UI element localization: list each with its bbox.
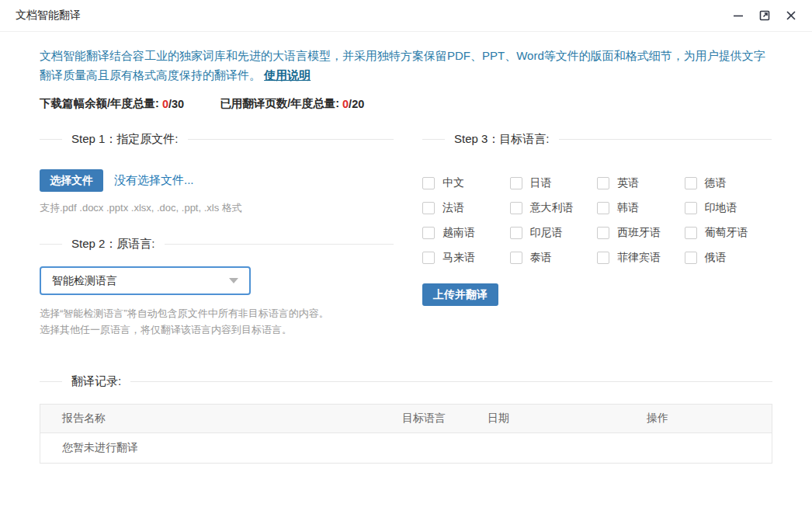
records-title: 翻译记录: — [62, 374, 130, 389]
divider — [422, 139, 445, 140]
language-checkbox-item[interactable]: 韩语 — [597, 201, 685, 214]
checkbox-icon[interactable] — [685, 227, 697, 239]
records-column-header: 日期 — [488, 412, 647, 426]
step2-title: Step 2：原语言: — [62, 237, 165, 252]
intro-text: 文档智能翻译结合容工业的独家词库和先进的大语言模型，并采用独特方案保留PDF、P… — [40, 49, 765, 82]
supported-formats-text: 支持.pdf .docx .pptx .xlsx, .doc, .ppt, .x… — [40, 201, 394, 215]
checkbox-icon[interactable] — [510, 177, 522, 189]
checkbox-icon[interactable] — [422, 177, 435, 189]
language-label: 印地语 — [705, 201, 737, 215]
checkbox-icon[interactable] — [685, 252, 697, 264]
pages-quota-total: /20 — [349, 98, 364, 110]
step2-header: Step 2：原语言: — [40, 237, 394, 252]
left-column: Step 1：指定原文件: 选择文件 没有选择文件... 支持.pdf .doc… — [40, 132, 394, 338]
language-label: 德语 — [705, 176, 727, 190]
language-label: 印尼语 — [530, 226, 563, 240]
minimize-icon[interactable] — [731, 9, 745, 23]
records-column-header: 操作 — [647, 412, 771, 426]
records-table: 报告名称目标语言日期操作 您暂未进行翻译 — [40, 404, 772, 464]
language-checkbox-item[interactable]: 印地语 — [685, 201, 772, 214]
hint-line-2: 选择其他任一原语言，将仅翻译该语言内容到目标语言。 — [40, 321, 394, 338]
window-controls — [731, 9, 798, 23]
source-language-select[interactable]: 智能检测语言 — [40, 266, 251, 295]
checkbox-icon[interactable] — [685, 177, 697, 189]
language-label: 越南语 — [442, 226, 475, 240]
step3-title: Step 3：目标语言: — [445, 132, 559, 147]
divider — [40, 139, 62, 140]
maximize-icon[interactable] — [758, 9, 772, 23]
target-language-grid: 中文 日语 英语 德语 法语 意大利语 — [422, 176, 772, 264]
checkbox-icon[interactable] — [597, 227, 609, 239]
main-content: 文档智能翻译结合容工业的独家词库和先进的大语言模型，并采用独特方案保留PDF、P… — [0, 32, 812, 464]
step1-header: Step 1：指定原文件: — [40, 132, 394, 147]
source-language-value: 智能检测语言 — [52, 274, 117, 288]
chevron-down-icon — [229, 278, 238, 283]
window-title: 文档智能翻译 — [16, 9, 81, 23]
download-quota-label: 下载篇幅余额/年度总量: — [40, 96, 159, 111]
no-file-selected-text[interactable]: 没有选择文件... — [114, 173, 194, 188]
checkbox-icon[interactable] — [597, 202, 609, 214]
language-checkbox-item[interactable]: 马来语 — [422, 251, 510, 264]
language-checkbox-item[interactable]: 法语 — [422, 201, 510, 214]
language-label: 俄语 — [705, 251, 727, 265]
checkbox-icon[interactable] — [422, 202, 435, 214]
upload-translate-button[interactable]: 上传并翻译 — [422, 283, 498, 306]
language-checkbox-item[interactable]: 西班牙语 — [597, 226, 685, 239]
checkbox-icon[interactable] — [597, 252, 609, 264]
quota-bar: 下载篇幅余额/年度总量: 0 /30 已用翻译页数/年度总量: 0/20 — [40, 96, 772, 111]
language-checkbox-item[interactable]: 意大利语 — [510, 201, 598, 214]
download-quota-total: /30 — [168, 98, 184, 110]
language-label: 泰语 — [530, 251, 552, 265]
app-window: 文档智能翻译 文档智能翻译结合容工业的独家词库和先进的大语言模型，并采用独特方案… — [0, 0, 812, 528]
divider — [40, 381, 62, 382]
language-label: 韩语 — [617, 201, 639, 215]
title-bar: 文档智能翻译 — [0, 0, 812, 32]
usage-guide-link[interactable]: 使用说明 — [264, 68, 311, 82]
divider — [130, 381, 772, 382]
language-label: 葡萄牙语 — [705, 226, 748, 240]
divider — [188, 139, 394, 140]
file-picker-row: 选择文件 没有选择文件... — [40, 169, 394, 192]
language-checkbox-item[interactable]: 菲律宾语 — [597, 251, 685, 264]
language-label: 意大利语 — [530, 201, 574, 215]
download-quota-used: 0 — [162, 98, 168, 110]
divider — [559, 139, 772, 140]
checkbox-icon[interactable] — [685, 202, 697, 214]
step1-title: Step 1：指定原文件: — [62, 132, 188, 147]
language-checkbox-item[interactable]: 日语 — [510, 176, 598, 189]
language-checkbox-item[interactable]: 俄语 — [685, 251, 772, 264]
language-checkbox-item[interactable]: 葡萄牙语 — [685, 226, 772, 239]
checkbox-icon[interactable] — [597, 177, 609, 189]
language-label: 马来语 — [442, 251, 475, 265]
right-column: Step 3：目标语言: 中文 日语 英语 德语 — [422, 132, 772, 338]
language-checkbox-item[interactable]: 德语 — [685, 176, 772, 189]
language-label: 中文 — [442, 176, 464, 190]
source-language-hints: 选择“智能检测语言”将自动包含原文件中所有非目标语言的内容。 选择其他任一原语言… — [40, 305, 394, 338]
pages-quota-used: 0 — [342, 98, 349, 110]
language-checkbox-item[interactable]: 印尼语 — [510, 226, 598, 239]
records-table-header: 报告名称目标语言日期操作 — [40, 404, 772, 433]
pages-quota-label: 已用翻译页数/年度总量: — [220, 96, 339, 111]
records-empty-row: 您暂未进行翻译 — [40, 433, 772, 463]
checkbox-icon[interactable] — [510, 202, 522, 214]
language-label: 菲律宾语 — [617, 251, 661, 265]
language-label: 日语 — [530, 176, 552, 190]
checkbox-icon[interactable] — [510, 227, 522, 239]
choose-file-button[interactable]: 选择文件 — [40, 169, 103, 192]
language-label: 西班牙语 — [617, 226, 661, 240]
intro-paragraph: 文档智能翻译结合容工业的独家词库和先进的大语言模型，并采用独特方案保留PDF、P… — [40, 46, 772, 85]
records-header-legend: 翻译记录: — [40, 374, 772, 389]
checkbox-icon[interactable] — [422, 252, 435, 264]
language-checkbox-item[interactable]: 英语 — [597, 176, 685, 189]
language-checkbox-item[interactable]: 中文 — [422, 176, 510, 189]
language-label: 英语 — [617, 176, 639, 190]
checkbox-icon[interactable] — [510, 252, 522, 264]
divider — [40, 244, 62, 245]
records-column-header: 报告名称 — [40, 412, 402, 426]
checkbox-icon[interactable] — [422, 227, 435, 239]
language-checkbox-item[interactable]: 泰语 — [510, 251, 598, 264]
language-label: 法语 — [442, 201, 464, 215]
divider — [165, 244, 394, 245]
language-checkbox-item[interactable]: 越南语 — [422, 226, 510, 239]
close-icon[interactable] — [784, 9, 798, 23]
